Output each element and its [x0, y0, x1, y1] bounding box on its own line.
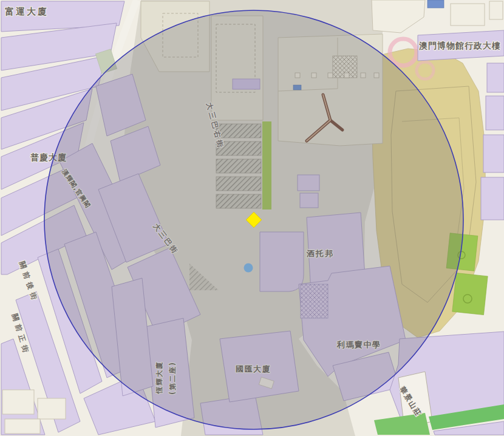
- label-museum-admin-building: 澳門博物館行政大樓: [418, 41, 501, 50]
- pool-blue-rect: [427, 0, 444, 8]
- label-fuwan-building: 富運大廈: [5, 6, 49, 17]
- poi-dot-marker[interactable]: [244, 264, 253, 273]
- map-canvas[interactable]: 富運大廈 普慶大廈 漢輝閣,官興閣 大三巴右街 大三巴街 關前後街 關前正街 澳…: [0, 0, 504, 436]
